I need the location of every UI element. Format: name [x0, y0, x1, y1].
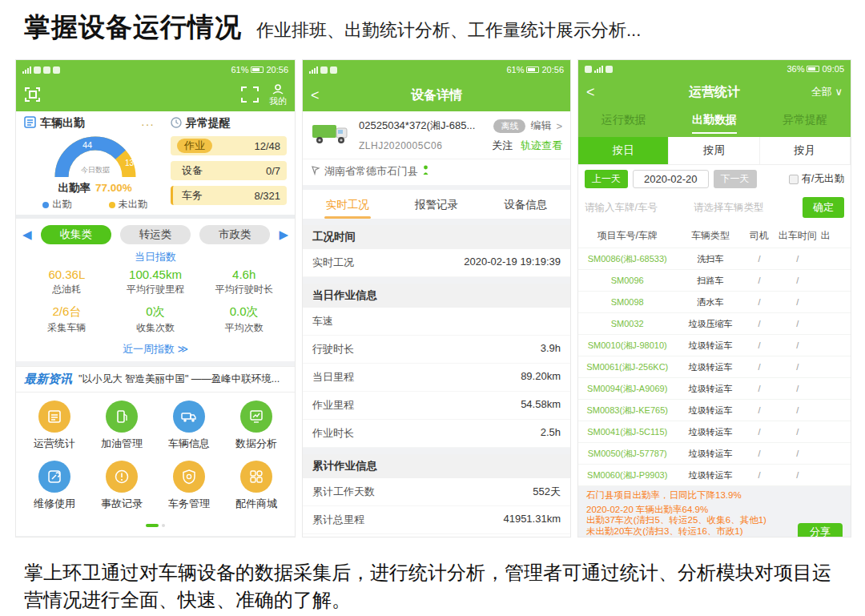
table-row[interactable]: SM0041(湘J-5C115)垃圾转运车//: [578, 421, 851, 443]
clock-time: 20:56: [266, 65, 288, 74]
filter-all-dropdown[interactable]: 全部 ∨: [811, 85, 843, 99]
kv-row: 累计作业里程22784.21km: [303, 534, 570, 537]
search-bar: 请输入车牌/车号 请选择车辆类型 确定: [578, 193, 851, 224]
tab-abnormal-alerts[interactable]: 异常提醒: [760, 107, 851, 137]
table-row[interactable]: SM0086(湘J-68533)洗扫车//: [578, 248, 851, 270]
period-tabs: 按日 按周 按月: [578, 137, 851, 165]
statusbar: 36% 09:05: [578, 60, 851, 78]
person-marker-icon: [422, 165, 429, 178]
attendance-filter[interactable]: 有/无出勤: [789, 172, 844, 186]
section-worktime: 工况时间 实时工况2020-02-19 19:19:39: [303, 225, 570, 277]
phone-dashboard: 61% 20:56 我的: [16, 60, 295, 537]
prev-day-button[interactable]: 上一天: [585, 170, 628, 188]
table-row[interactable]: SM0032垃圾压缩车//: [578, 313, 851, 335]
page-header: 掌握设备运行情况 作业排班、出勤统计分析、工作量统计展示分析...: [24, 10, 841, 46]
tab-alarms[interactable]: 报警记录: [392, 190, 481, 219]
table-header: 项目车号/车牌 车辆类型 司机 出车时间 出: [578, 224, 851, 248]
share-button[interactable]: 分享: [798, 523, 843, 537]
stat-avg-duration: 4.6h平均行驶时长: [199, 268, 288, 296]
attendance-summary: 石门县项目出勤率，日同比下降13.9% 2020-02-20 车辆出勤率64.9…: [578, 486, 851, 537]
kv-row: 行驶时长3.9h: [303, 336, 570, 364]
nav-title: 设备详情: [411, 87, 462, 104]
news-bar[interactable]: 最新资讯 "以小见大 智造美丽中国" ——盈峰中联环境...: [16, 366, 295, 393]
back-icon[interactable]: <: [586, 84, 595, 101]
checkbox-label: 有/无出勤: [802, 172, 844, 186]
prev-category-arrow[interactable]: ◀: [22, 227, 32, 242]
checkbox[interactable]: [789, 175, 799, 184]
table-row[interactable]: SM0060(湘J-P9903)垃圾转运车//: [578, 465, 851, 486]
date-input[interactable]: 2020-02-20: [633, 170, 709, 188]
kv-row: 作业里程54.58km: [303, 392, 570, 420]
menu-fleet-mgmt[interactable]: 车务管理: [155, 461, 223, 511]
kv-row: 当日里程89.20km: [303, 364, 570, 392]
menu-parts-store[interactable]: 配件商城: [223, 461, 290, 511]
chevron-right-icon[interactable]: >: [556, 120, 562, 132]
tab-attendance-data[interactable]: 出勤数据: [669, 107, 759, 137]
tab-by-week[interactable]: 按周: [669, 137, 759, 164]
tab-by-month[interactable]: 按月: [760, 137, 851, 164]
table-row[interactable]: SM0096扫路车//: [578, 270, 851, 292]
kv-row: 作业时长2.5h: [303, 420, 570, 448]
clock-time: 09:05: [822, 64, 844, 74]
list-icon: [24, 116, 36, 131]
menu-operation-stats[interactable]: 运营统计: [21, 401, 88, 451]
edit-button[interactable]: 编辑: [530, 119, 551, 133]
next-day-button[interactable]: 下一天: [714, 170, 757, 188]
alerts-title: 异常提醒: [186, 116, 231, 131]
menu-vehicle-info[interactable]: 车辆信息: [155, 401, 223, 451]
stat-avg-mileage: 100.45km平均行驶里程: [111, 268, 200, 296]
tab-running-data[interactable]: 运行数据: [578, 107, 669, 137]
track-view-link[interactable]: 轨迹查看: [521, 139, 562, 153]
status-icons: [22, 66, 60, 74]
menu-accident[interactable]: 事故记录: [88, 461, 155, 511]
stat-avg-count: 0.0次平均次数: [199, 304, 288, 335]
tab-transfer[interactable]: 转运类: [120, 225, 191, 244]
tab-realtime[interactable]: 实时工况: [303, 190, 392, 219]
table-row[interactable]: SM0061(湘J-256KC)垃圾转运车//: [578, 356, 851, 378]
table-row[interactable]: SM0098洒水车//: [578, 292, 851, 313]
alert-row-device[interactable]: 设备 0/7: [171, 161, 287, 180]
alert-row-fleet[interactable]: 车务 8/321: [171, 186, 287, 205]
next-category-arrow[interactable]: ▶: [279, 227, 288, 242]
legend-present: 出勤: [42, 198, 71, 211]
menu-data-analysis[interactable]: 数据分析: [223, 401, 290, 451]
plate-input[interactable]: 请输入车牌/车号: [585, 201, 689, 215]
wrench-icon: [38, 461, 70, 493]
vehicle-card: 02525034*372(湘J-685... 离线 编辑 > ZLHJ20200…: [303, 111, 570, 159]
battery-icon: [807, 66, 819, 72]
table-row[interactable]: SM0050(湘J-57787)垃圾转运车//: [578, 443, 851, 465]
confirm-button[interactable]: 确定: [803, 197, 844, 218]
alerts-widget: 异常提醒 作业 12/48 设备 0/7 车务 8/321: [166, 116, 287, 211]
more-icon[interactable]: ···: [141, 118, 155, 131]
scan-icon[interactable]: [240, 86, 260, 106]
table-row[interactable]: SM0010(湘J-98010)垃圾转运车//: [578, 335, 851, 356]
location-text: 湖南省常德市石门县: [324, 164, 418, 179]
tab-municipal[interactable]: 市政类: [199, 225, 270, 244]
section-total-work: 累计作业信息 累计工作天数552天 累计总里程41951.31km 累计作业里程…: [303, 454, 570, 537]
section-title: 累计作业信息: [303, 454, 570, 478]
news-badge: 最新资讯: [24, 372, 72, 387]
vehicle-type-select[interactable]: 请选择车辆类型: [694, 201, 798, 215]
stat-vehicles: 2/6台采集车辆: [22, 304, 111, 335]
follow-button[interactable]: 关注: [492, 139, 513, 153]
phone-device-detail: 61% 20:56 < 设备详情 02525034*372(湘J-685... …: [303, 60, 570, 537]
table-row[interactable]: SM0094(湘J-A9069)垃圾转运车//: [578, 378, 851, 400]
stats-tabs: 运行数据 出勤数据 异常提醒: [578, 107, 851, 137]
menu-repair[interactable]: 维修使用: [21, 461, 88, 511]
kv-row: 车速: [303, 308, 570, 336]
week-index-link[interactable]: 近一周指数 ≫: [22, 342, 288, 356]
qr-scan-icon[interactable]: [24, 86, 42, 106]
table-row[interactable]: SM0083(湘J-KE765)垃圾转运车//: [578, 400, 851, 421]
dashboard-widgets: ··· 车辆出勤 44 13 今日数据 出勤率77.00%: [16, 111, 295, 215]
gauge-present-value: 44: [82, 140, 92, 150]
menu-fuel[interactable]: 加油管理: [88, 401, 155, 451]
tab-by-day[interactable]: 按日: [578, 137, 669, 164]
alert-row-work[interactable]: 作业 12/48: [171, 136, 287, 155]
page-indicator: [16, 514, 295, 536]
back-icon[interactable]: <: [311, 87, 320, 104]
rate-value: 77.00%: [95, 182, 132, 194]
tab-collect[interactable]: 收集类: [41, 225, 111, 244]
profile-button[interactable]: 我的: [269, 84, 287, 107]
status-pill: 离线: [493, 119, 525, 133]
tab-device-info[interactable]: 设备信息: [481, 190, 570, 219]
